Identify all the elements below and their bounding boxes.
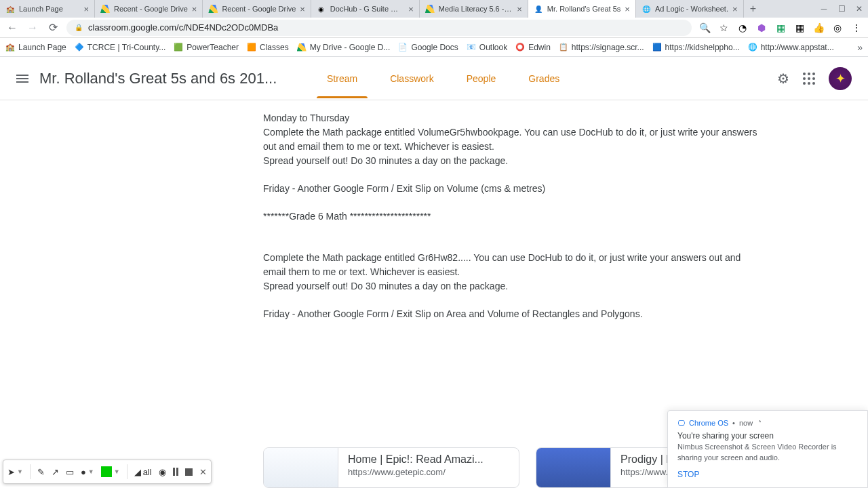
extension-icon[interactable]: 👍: [812, 22, 825, 34]
tab-classwork[interactable]: Classwork: [374, 60, 450, 98]
bookmark-icon: 🟦: [652, 43, 662, 52]
browser-tab[interactable]: 🏫 Launch Page ×: [0, 0, 95, 18]
eraser-label: all: [143, 467, 152, 477]
rectangle-tool[interactable]: ▭: [66, 467, 74, 477]
bookmark-label: Edwin: [528, 43, 551, 52]
close-window-button[interactable]: ✕: [850, 0, 868, 18]
bookmark-label: Google Docs: [411, 43, 458, 52]
extension-icon[interactable]: ⬢: [755, 22, 768, 34]
cursor-tool[interactable]: ➤▼: [7, 467, 23, 477]
reload-button[interactable]: ⟳: [46, 21, 60, 34]
close-icon[interactable]: ×: [732, 4, 738, 14]
bookmark-label: My Drive - Google D...: [310, 43, 391, 52]
post-content: Monday to Thursday Complete the Math pac…: [0, 100, 868, 321]
color-swatch: [101, 466, 112, 477]
pen-tool[interactable]: ✎: [37, 467, 45, 477]
arrow-tool[interactable]: ↗: [52, 467, 59, 477]
bookmark-icon: ⭕: [515, 43, 525, 52]
gear-icon[interactable]: ⚙: [777, 70, 789, 87]
bookmark-item[interactable]: 🟦https://kidshelppho...: [652, 43, 740, 52]
menu-icon[interactable]: ⋮: [850, 22, 863, 34]
bookmark-item[interactable]: 📧Outlook: [467, 43, 507, 52]
browser-tab[interactable]: Recent - Google Drive ×: [203, 0, 311, 18]
drive-icon: [100, 4, 110, 14]
browser-tab[interactable]: Media Literacy 5.6 - Go ×: [420, 0, 528, 18]
tab-grades[interactable]: Grades: [512, 60, 576, 98]
stop-sharing-button[interactable]: STOP: [677, 470, 858, 479]
bookmark-item[interactable]: 🟧Classes: [247, 43, 289, 52]
post-line: Monday to Thursday: [263, 111, 868, 125]
eraser-icon: ◢: [134, 467, 141, 477]
pause-button[interactable]: [173, 468, 178, 476]
address-bar[interactable]: 🔒 classroom.google.com/c/NDE4NDc2ODc0MDB…: [66, 20, 692, 36]
avatar[interactable]: ✦: [829, 67, 852, 90]
bookmark-label: PowerTeacher: [186, 43, 239, 52]
new-tab-button[interactable]: +: [744, 0, 763, 18]
star-icon[interactable]: ☆: [717, 22, 730, 34]
zoom-icon[interactable]: 🔍: [698, 22, 711, 34]
close-toolbar-button[interactable]: ✕: [199, 467, 207, 477]
browser-tab-strip: 🏫 Launch Page × Recent - Google Drive × …: [0, 0, 868, 18]
back-button[interactable]: ←: [5, 22, 19, 34]
browser-tab[interactable]: 🌐 Ad Logic - Worksheet. ×: [636, 0, 744, 18]
extension-icon[interactable]: ▦: [774, 22, 787, 34]
close-icon[interactable]: ×: [300, 4, 305, 14]
bookmarks-overflow-icon[interactable]: »: [857, 42, 863, 53]
tab-label: Ad Logic - Worksheet.: [655, 5, 728, 13]
browser-tab[interactable]: ◉ DocHub - G Suite Mark ×: [311, 0, 420, 18]
window-controls: ─ ☐ ✕: [815, 0, 868, 18]
drive-icon: [208, 4, 218, 14]
recorder-toolbar[interactable]: ➤▼ ✎ ↗ ▭ ●▼ ▼ ◢all ◉ ✕: [3, 460, 212, 484]
close-icon[interactable]: ×: [83, 4, 89, 14]
bookmark-item[interactable]: 📄Google Docs: [398, 43, 458, 52]
bookmark-item[interactable]: My Drive - Google D...: [297, 43, 391, 52]
forward-button[interactable]: →: [26, 22, 39, 34]
classroom-icon: 👤: [534, 4, 543, 14]
page-title[interactable]: Mr. Rolland's Great 5s and 6s 201...: [39, 70, 297, 87]
bookmarks-bar: 🏫Launch Page 🔷TCRCE | Tri-County... 🟩Pow…: [0, 38, 868, 57]
rectangle-icon: ▭: [66, 467, 74, 477]
main-menu-button[interactable]: [16, 78, 28, 79]
tab-people[interactable]: People: [450, 60, 513, 98]
stop-button[interactable]: [185, 468, 193, 476]
color-picker[interactable]: ▼: [101, 466, 120, 477]
browser-tab-active[interactable]: 👤 Mr. Rolland's Great 5s ×: [528, 0, 636, 18]
chevron-up-icon[interactable]: ˄: [758, 420, 762, 427]
minimize-button[interactable]: ─: [815, 0, 833, 18]
bookmark-item[interactable]: 🔷TCRCE | Tri-County...: [75, 43, 166, 52]
chevron-down-icon: ▼: [114, 468, 120, 475]
eraser-tool[interactable]: ◢all: [134, 467, 152, 477]
close-icon[interactable]: ×: [192, 4, 197, 14]
close-icon[interactable]: ×: [408, 4, 414, 14]
post-line: Complete the Math package entitled Gr6Hw…: [263, 251, 765, 279]
browser-tab[interactable]: Recent - Google Drive ×: [95, 0, 203, 18]
close-icon[interactable]: ×: [625, 4, 630, 14]
bookmark-item[interactable]: 📋https://signage.scr...: [559, 43, 644, 52]
clock-icon[interactable]: ◔: [736, 22, 749, 34]
bookmark-item[interactable]: 🟩PowerTeacher: [174, 43, 239, 52]
bookmark-icon: 🟧: [247, 43, 256, 52]
favicon-icon: 🏫: [5, 4, 15, 14]
tab-stream[interactable]: Stream: [311, 60, 374, 98]
bookmark-item[interactable]: 🌐http://www.appstat...: [748, 43, 834, 52]
webcam-toggle[interactable]: ◉: [159, 467, 166, 477]
marker-tool[interactable]: ●▼: [81, 467, 94, 477]
link-card[interactable]: Home | Epic!: Read Amazi... https://www.…: [263, 447, 519, 488]
apps-grid-icon[interactable]: [803, 73, 815, 85]
webcam-icon: ◉: [159, 467, 166, 477]
notification-body: Nimbus Screenshot & Screen Video Recorde…: [677, 442, 858, 463]
bookmark-label: https://kidshelppho...: [665, 43, 740, 52]
navigation-bar: ← → ⟳ 🔒 classroom.google.com/c/NDE4NDc2O…: [0, 18, 868, 38]
marker-icon: ●: [81, 467, 86, 477]
extension-icon[interactable]: ◎: [831, 22, 844, 34]
notification-title: You're sharing your screen: [677, 431, 858, 441]
arrow-icon: ↗: [52, 467, 59, 477]
close-icon[interactable]: ×: [517, 4, 522, 14]
extension-icon[interactable]: ▦: [793, 22, 806, 34]
bookmark-item[interactable]: 🏫Launch Page: [5, 43, 66, 52]
bookmark-label: https://signage.scr...: [572, 43, 644, 52]
lock-icon: 🔒: [75, 24, 83, 31]
maximize-button[interactable]: ☐: [833, 0, 850, 18]
link-thumbnail: [536, 448, 611, 487]
bookmark-item[interactable]: ⭕Edwin: [515, 43, 551, 52]
